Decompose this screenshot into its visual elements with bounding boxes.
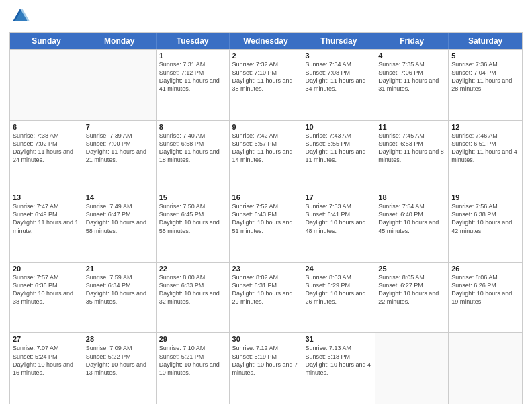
day-info: Sunrise: 7:10 AM Sunset: 5:21 PM Dayligh… (159, 344, 226, 377)
week-row-5: 27Sunrise: 7:07 AM Sunset: 5:24 PM Dayli… (10, 332, 522, 404)
day-number: 17 (305, 193, 372, 201)
page: SundayMondayTuesdayWednesdayThursdayFrid… (0, 0, 532, 411)
day-number: 31 (305, 335, 372, 343)
day-number: 30 (232, 335, 300, 343)
day-number: 22 (159, 265, 226, 273)
empty-cell (375, 333, 449, 404)
day-cell-5: 5Sunrise: 7:36 AM Sunset: 7:04 PM Daylig… (449, 50, 522, 120)
empty-cell (10, 50, 83, 120)
day-number: 10 (305, 123, 372, 131)
day-number: 11 (378, 123, 445, 131)
calendar: SundayMondayTuesdayWednesdayThursdayFrid… (9, 32, 523, 404)
day-number: 9 (232, 123, 300, 131)
week-row-4: 20Sunrise: 7:57 AM Sunset: 6:36 PM Dayli… (10, 262, 522, 333)
day-number: 18 (378, 193, 445, 201)
day-cell-1: 1Sunrise: 7:31 AM Sunset: 7:12 PM Daylig… (157, 50, 230, 120)
day-info: Sunrise: 8:05 AM Sunset: 6:27 PM Dayligh… (378, 273, 445, 306)
day-cell-7: 7Sunrise: 7:39 AM Sunset: 7:00 PM Daylig… (83, 121, 157, 191)
day-info: Sunrise: 7:42 AM Sunset: 6:57 PM Dayligh… (232, 132, 300, 165)
day-number: 2 (232, 52, 300, 60)
day-cell-16: 16Sunrise: 7:52 AM Sunset: 6:43 PM Dayli… (230, 191, 303, 262)
day-cell-24: 24Sunrise: 8:03 AM Sunset: 6:29 PM Dayli… (302, 263, 375, 333)
week-row-1: 1Sunrise: 7:31 AM Sunset: 7:12 PM Daylig… (10, 49, 522, 120)
day-number: 26 (451, 265, 519, 273)
day-info: Sunrise: 8:02 AM Sunset: 6:31 PM Dayligh… (232, 273, 300, 306)
day-cell-20: 20Sunrise: 7:57 AM Sunset: 6:36 PM Dayli… (10, 263, 83, 333)
day-header-thursday: Thursday (302, 33, 375, 49)
day-cell-30: 30Sunrise: 7:12 AM Sunset: 5:19 PM Dayli… (230, 333, 303, 404)
day-number: 16 (232, 193, 300, 201)
day-cell-12: 12Sunrise: 7:46 AM Sunset: 6:51 PM Dayli… (449, 121, 522, 191)
day-cell-17: 17Sunrise: 7:53 AM Sunset: 6:41 PM Dayli… (302, 191, 375, 262)
day-number: 5 (451, 52, 519, 60)
logo (9, 7, 32, 28)
day-header-wednesday: Wednesday (230, 33, 303, 49)
day-cell-28: 28Sunrise: 7:09 AM Sunset: 5:22 PM Dayli… (83, 333, 157, 404)
day-info: Sunrise: 8:06 AM Sunset: 6:26 PM Dayligh… (451, 273, 519, 306)
day-header-monday: Monday (83, 33, 157, 49)
day-cell-3: 3Sunrise: 7:34 AM Sunset: 7:08 PM Daylig… (302, 50, 375, 120)
day-info: Sunrise: 7:56 AM Sunset: 6:38 PM Dayligh… (451, 202, 519, 235)
day-cell-11: 11Sunrise: 7:45 AM Sunset: 6:53 PM Dayli… (375, 121, 449, 191)
day-info: Sunrise: 7:49 AM Sunset: 6:47 PM Dayligh… (86, 202, 153, 235)
day-number: 14 (86, 193, 153, 201)
day-info: Sunrise: 7:52 AM Sunset: 6:43 PM Dayligh… (232, 202, 300, 235)
day-info: Sunrise: 7:12 AM Sunset: 5:19 PM Dayligh… (232, 344, 300, 377)
day-number: 13 (13, 193, 80, 201)
day-number: 21 (86, 265, 153, 273)
day-cell-15: 15Sunrise: 7:50 AM Sunset: 6:45 PM Dayli… (157, 191, 230, 262)
day-cell-22: 22Sunrise: 8:00 AM Sunset: 6:33 PM Dayli… (157, 263, 230, 333)
day-number: 6 (13, 123, 80, 131)
day-cell-8: 8Sunrise: 7:40 AM Sunset: 6:58 PM Daylig… (157, 121, 230, 191)
day-cell-9: 9Sunrise: 7:42 AM Sunset: 6:57 PM Daylig… (230, 121, 303, 191)
calendar-body: 1Sunrise: 7:31 AM Sunset: 7:12 PM Daylig… (10, 49, 522, 404)
day-info: Sunrise: 7:59 AM Sunset: 6:34 PM Dayligh… (86, 273, 153, 306)
day-info: Sunrise: 8:00 AM Sunset: 6:33 PM Dayligh… (159, 273, 226, 306)
day-number: 15 (159, 193, 226, 201)
day-cell-14: 14Sunrise: 7:49 AM Sunset: 6:47 PM Dayli… (83, 191, 157, 262)
day-number: 28 (86, 335, 153, 343)
day-number: 19 (451, 193, 519, 201)
day-number: 3 (305, 52, 372, 60)
day-info: Sunrise: 7:50 AM Sunset: 6:45 PM Dayligh… (159, 202, 226, 235)
day-header-sunday: Sunday (10, 33, 83, 49)
week-row-2: 6Sunrise: 7:38 AM Sunset: 7:02 PM Daylig… (10, 120, 522, 191)
day-number: 23 (232, 265, 300, 273)
day-header-tuesday: Tuesday (157, 33, 230, 49)
day-cell-25: 25Sunrise: 8:05 AM Sunset: 6:27 PM Dayli… (375, 263, 449, 333)
day-cell-4: 4Sunrise: 7:35 AM Sunset: 7:06 PM Daylig… (375, 50, 449, 120)
day-number: 12 (451, 123, 519, 131)
day-header-friday: Friday (375, 33, 449, 49)
empty-cell (449, 333, 522, 404)
day-cell-13: 13Sunrise: 7:47 AM Sunset: 6:49 PM Dayli… (10, 191, 83, 262)
day-info: Sunrise: 7:54 AM Sunset: 6:40 PM Dayligh… (378, 202, 445, 235)
day-number: 24 (305, 265, 372, 273)
day-number: 29 (159, 335, 226, 343)
day-cell-18: 18Sunrise: 7:54 AM Sunset: 6:40 PM Dayli… (375, 191, 449, 262)
day-info: Sunrise: 7:57 AM Sunset: 6:36 PM Dayligh… (13, 273, 80, 306)
day-cell-26: 26Sunrise: 8:06 AM Sunset: 6:26 PM Dayli… (449, 263, 522, 333)
day-info: Sunrise: 7:47 AM Sunset: 6:49 PM Dayligh… (13, 202, 80, 235)
day-cell-31: 31Sunrise: 7:13 AM Sunset: 5:18 PM Dayli… (302, 333, 375, 404)
day-info: Sunrise: 7:45 AM Sunset: 6:53 PM Dayligh… (378, 132, 445, 165)
day-info: Sunrise: 8:03 AM Sunset: 6:29 PM Dayligh… (305, 273, 372, 306)
day-info: Sunrise: 7:07 AM Sunset: 5:24 PM Dayligh… (13, 344, 80, 377)
day-info: Sunrise: 7:34 AM Sunset: 7:08 PM Dayligh… (305, 60, 372, 93)
day-cell-6: 6Sunrise: 7:38 AM Sunset: 7:02 PM Daylig… (10, 121, 83, 191)
day-info: Sunrise: 7:53 AM Sunset: 6:41 PM Dayligh… (305, 202, 372, 235)
day-info: Sunrise: 7:13 AM Sunset: 5:18 PM Dayligh… (305, 344, 372, 377)
header (9, 7, 523, 28)
day-number: 4 (378, 52, 445, 60)
week-row-3: 13Sunrise: 7:47 AM Sunset: 6:49 PM Dayli… (10, 191, 522, 262)
day-cell-23: 23Sunrise: 8:02 AM Sunset: 6:31 PM Dayli… (230, 263, 303, 333)
day-info: Sunrise: 7:40 AM Sunset: 6:58 PM Dayligh… (159, 132, 226, 165)
calendar-header: SundayMondayTuesdayWednesdayThursdayFrid… (10, 33, 522, 49)
day-cell-27: 27Sunrise: 7:07 AM Sunset: 5:24 PM Dayli… (10, 333, 83, 404)
day-info: Sunrise: 7:09 AM Sunset: 5:22 PM Dayligh… (86, 344, 153, 377)
day-info: Sunrise: 7:31 AM Sunset: 7:12 PM Dayligh… (159, 60, 226, 93)
day-info: Sunrise: 7:43 AM Sunset: 6:55 PM Dayligh… (305, 132, 372, 165)
day-number: 7 (86, 123, 153, 131)
day-number: 27 (13, 335, 80, 343)
day-info: Sunrise: 7:46 AM Sunset: 6:51 PM Dayligh… (451, 132, 519, 165)
day-number: 25 (378, 265, 445, 273)
